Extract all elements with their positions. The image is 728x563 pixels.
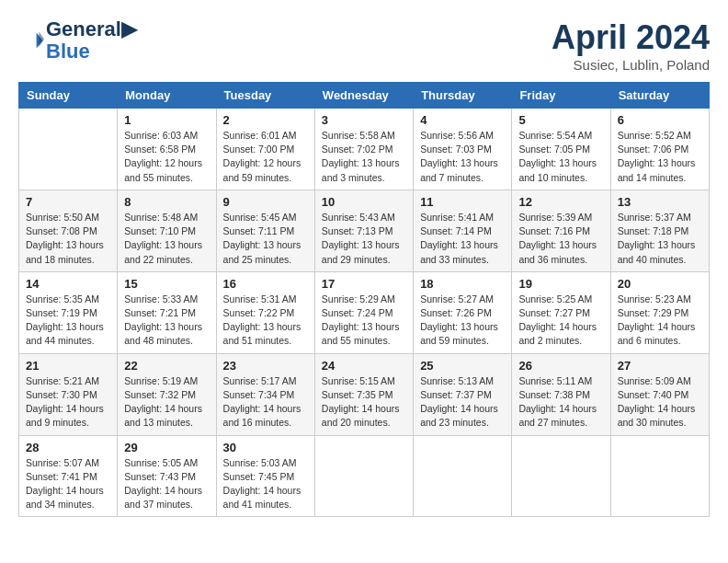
calendar-day-cell: 6Sunrise: 5:52 AM Sunset: 7:06 PM Daylig… xyxy=(610,109,709,190)
day-info: Sunrise: 5:35 AM Sunset: 7:19 PM Dayligh… xyxy=(26,293,110,349)
day-number: 6 xyxy=(618,113,702,127)
page-header: General▶ Blue April 2024 Susiec, Lublin,… xyxy=(18,18,710,73)
calendar-week-row: 7Sunrise: 5:50 AM Sunset: 7:08 PM Daylig… xyxy=(19,190,710,271)
day-info: Sunrise: 6:01 AM Sunset: 7:00 PM Dayligh… xyxy=(223,129,308,185)
day-info: Sunrise: 5:37 AM Sunset: 7:18 PM Dayligh… xyxy=(618,211,702,267)
calendar-day-cell: 24Sunrise: 5:15 AM Sunset: 7:35 PM Dayli… xyxy=(314,353,413,435)
calendar-table: SundayMondayTuesdayWednesdayThursdayFrid… xyxy=(18,82,710,517)
logo: General▶ Blue xyxy=(18,18,137,63)
day-info: Sunrise: 5:43 AM Sunset: 7:13 PM Dayligh… xyxy=(322,211,406,267)
day-info: Sunrise: 5:39 AM Sunset: 7:16 PM Dayligh… xyxy=(518,211,603,267)
calendar-day-cell xyxy=(610,435,709,517)
calendar-day-cell: 12Sunrise: 5:39 AM Sunset: 7:16 PM Dayli… xyxy=(512,190,610,271)
day-number: 25 xyxy=(420,359,505,373)
day-info: Sunrise: 5:17 AM Sunset: 7:34 PM Dayligh… xyxy=(223,374,308,431)
calendar-day-cell: 15Sunrise: 5:33 AM Sunset: 7:21 PM Dayli… xyxy=(118,271,216,353)
day-info: Sunrise: 5:13 AM Sunset: 7:37 PM Dayligh… xyxy=(420,374,505,431)
day-number: 9 xyxy=(223,195,308,209)
calendar-day-cell: 19Sunrise: 5:25 AM Sunset: 7:27 PM Dayli… xyxy=(512,271,610,353)
logo-text: General▶ Blue xyxy=(46,18,137,63)
calendar-header-cell: Sunday xyxy=(19,83,118,109)
day-number: 27 xyxy=(618,359,702,373)
title-block: April 2024 Susiec, Lublin, Poland xyxy=(552,18,710,73)
day-info: Sunrise: 5:56 AM Sunset: 7:03 PM Dayligh… xyxy=(420,129,505,185)
calendar-header-row: SundayMondayTuesdayWednesdayThursdayFrid… xyxy=(19,83,710,109)
day-info: Sunrise: 5:52 AM Sunset: 7:06 PM Dayligh… xyxy=(618,129,702,185)
svg-marker-1 xyxy=(39,31,44,47)
calendar-day-cell: 2Sunrise: 6:01 AM Sunset: 7:00 PM Daylig… xyxy=(216,109,314,190)
calendar-day-cell: 26Sunrise: 5:11 AM Sunset: 7:38 PM Dayli… xyxy=(512,353,610,435)
day-info: Sunrise: 5:19 AM Sunset: 7:32 PM Dayligh… xyxy=(124,374,209,431)
calendar-day-cell: 4Sunrise: 5:56 AM Sunset: 7:03 PM Daylig… xyxy=(414,109,512,190)
day-number: 11 xyxy=(420,195,505,209)
calendar-week-row: 28Sunrise: 5:07 AM Sunset: 7:41 PM Dayli… xyxy=(19,435,710,517)
calendar-day-cell xyxy=(19,109,118,190)
calendar-header-cell: Monday xyxy=(118,83,216,109)
day-number: 21 xyxy=(26,359,110,373)
calendar-day-cell: 5Sunrise: 5:54 AM Sunset: 7:05 PM Daylig… xyxy=(512,109,610,190)
day-number: 1 xyxy=(124,113,209,127)
day-number: 2 xyxy=(223,113,308,127)
calendar-header-cell: Wednesday xyxy=(314,83,413,109)
calendar-week-row: 14Sunrise: 5:35 AM Sunset: 7:19 PM Dayli… xyxy=(19,271,710,353)
calendar-day-cell: 3Sunrise: 5:58 AM Sunset: 7:02 PM Daylig… xyxy=(314,109,413,190)
calendar-day-cell: 20Sunrise: 5:23 AM Sunset: 7:29 PM Dayli… xyxy=(610,271,709,353)
calendar-day-cell: 22Sunrise: 5:19 AM Sunset: 7:32 PM Dayli… xyxy=(118,353,216,435)
calendar-header-cell: Tuesday xyxy=(216,83,314,109)
day-info: Sunrise: 5:50 AM Sunset: 7:08 PM Dayligh… xyxy=(26,211,110,267)
day-info: Sunrise: 5:29 AM Sunset: 7:24 PM Dayligh… xyxy=(322,293,406,349)
day-info: Sunrise: 5:33 AM Sunset: 7:21 PM Dayligh… xyxy=(124,293,209,349)
day-info: Sunrise: 5:11 AM Sunset: 7:38 PM Dayligh… xyxy=(518,374,603,431)
calendar-day-cell: 28Sunrise: 5:07 AM Sunset: 7:41 PM Dayli… xyxy=(19,435,118,517)
day-info: Sunrise: 6:03 AM Sunset: 6:58 PM Dayligh… xyxy=(124,129,209,185)
day-number: 29 xyxy=(124,441,209,454)
month-title: April 2024 xyxy=(552,18,710,57)
day-number: 7 xyxy=(26,195,110,209)
calendar-day-cell: 11Sunrise: 5:41 AM Sunset: 7:14 PM Dayli… xyxy=(414,190,512,271)
calendar-day-cell: 30Sunrise: 5:03 AM Sunset: 7:45 PM Dayli… xyxy=(216,435,314,517)
day-number: 15 xyxy=(124,277,209,291)
day-info: Sunrise: 5:09 AM Sunset: 7:40 PM Dayligh… xyxy=(618,374,702,431)
calendar-header-cell: Thursday xyxy=(414,83,512,109)
calendar-day-cell: 17Sunrise: 5:29 AM Sunset: 7:24 PM Dayli… xyxy=(314,271,413,353)
calendar-day-cell: 1Sunrise: 6:03 AM Sunset: 6:58 PM Daylig… xyxy=(118,109,216,190)
calendar-day-cell: 8Sunrise: 5:48 AM Sunset: 7:10 PM Daylig… xyxy=(118,190,216,271)
calendar-day-cell: 27Sunrise: 5:09 AM Sunset: 7:40 PM Dayli… xyxy=(610,353,709,435)
day-number: 30 xyxy=(223,441,308,454)
day-info: Sunrise: 5:27 AM Sunset: 7:26 PM Dayligh… xyxy=(420,293,505,349)
day-info: Sunrise: 5:48 AM Sunset: 7:10 PM Dayligh… xyxy=(124,211,209,267)
calendar-day-cell xyxy=(414,435,512,517)
calendar-day-cell: 18Sunrise: 5:27 AM Sunset: 7:26 PM Dayli… xyxy=(414,271,512,353)
calendar-day-cell: 16Sunrise: 5:31 AM Sunset: 7:22 PM Dayli… xyxy=(216,271,314,353)
day-number: 22 xyxy=(124,359,209,373)
day-info: Sunrise: 5:31 AM Sunset: 7:22 PM Dayligh… xyxy=(223,293,308,349)
calendar-day-cell xyxy=(512,435,610,517)
day-number: 3 xyxy=(322,113,406,127)
day-number: 5 xyxy=(518,113,603,127)
day-number: 12 xyxy=(518,195,603,209)
day-number: 14 xyxy=(26,277,110,291)
day-number: 16 xyxy=(223,277,308,291)
calendar-week-row: 21Sunrise: 5:21 AM Sunset: 7:30 PM Dayli… xyxy=(19,353,710,435)
calendar-day-cell: 7Sunrise: 5:50 AM Sunset: 7:08 PM Daylig… xyxy=(19,190,118,271)
day-number: 24 xyxy=(322,359,406,373)
calendar-day-cell: 13Sunrise: 5:37 AM Sunset: 7:18 PM Dayli… xyxy=(610,190,709,271)
calendar-header-cell: Saturday xyxy=(610,83,709,109)
location-subtitle: Susiec, Lublin, Poland xyxy=(552,57,710,73)
day-info: Sunrise: 5:45 AM Sunset: 7:11 PM Dayligh… xyxy=(223,211,308,267)
day-info: Sunrise: 5:05 AM Sunset: 7:43 PM Dayligh… xyxy=(124,456,209,512)
day-number: 17 xyxy=(322,277,406,291)
day-number: 4 xyxy=(420,113,505,127)
day-info: Sunrise: 5:23 AM Sunset: 7:29 PM Dayligh… xyxy=(618,293,702,349)
calendar-day-cell xyxy=(314,435,413,517)
day-info: Sunrise: 5:15 AM Sunset: 7:35 PM Dayligh… xyxy=(322,374,406,431)
calendar-day-cell: 14Sunrise: 5:35 AM Sunset: 7:19 PM Dayli… xyxy=(19,271,118,353)
calendar-day-cell: 10Sunrise: 5:43 AM Sunset: 7:13 PM Dayli… xyxy=(314,190,413,271)
day-number: 10 xyxy=(322,195,406,209)
day-number: 28 xyxy=(26,441,110,454)
day-number: 23 xyxy=(223,359,308,373)
day-number: 13 xyxy=(618,195,702,209)
calendar-day-cell: 29Sunrise: 5:05 AM Sunset: 7:43 PM Dayli… xyxy=(118,435,216,517)
day-number: 18 xyxy=(420,277,505,291)
calendar-day-cell: 23Sunrise: 5:17 AM Sunset: 7:34 PM Dayli… xyxy=(216,353,314,435)
